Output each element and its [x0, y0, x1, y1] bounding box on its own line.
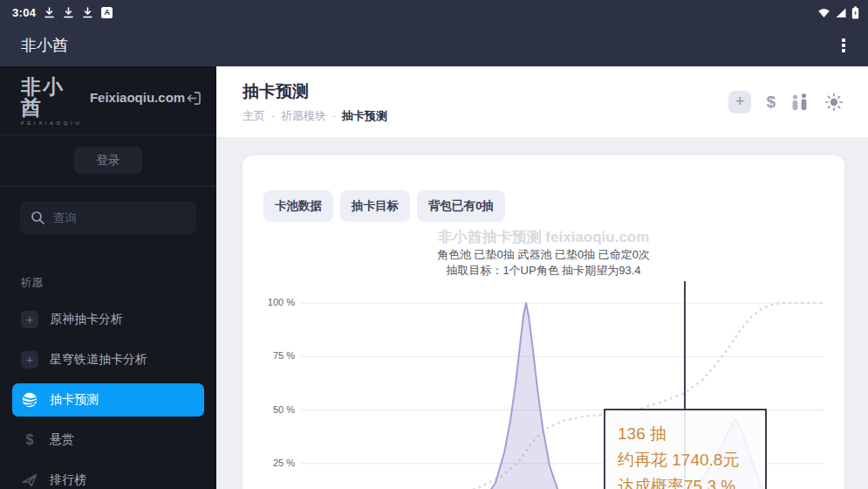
breadcrumb-home[interactable]: 主页 — [243, 108, 265, 124]
overflow-menu-icon[interactable] — [833, 35, 854, 56]
sidebar-item-pull-prediction[interactable]: 抽卡预测 — [12, 383, 204, 417]
signal-icon — [835, 7, 847, 18]
breadcrumb-separator: - — [332, 110, 336, 122]
tooltip-cost: 约再花 1740.8元 — [618, 447, 753, 473]
plus-square-icon: + — [21, 351, 38, 368]
breadcrumb-current: 抽卡预测 — [342, 108, 387, 124]
pull-target-button[interactable]: 抽卡目标 — [340, 190, 410, 222]
paper-plane-icon — [21, 472, 38, 489]
sidebar-item-label: 悬赏 — [50, 432, 74, 448]
nav-section-label: 祈愿 — [21, 276, 216, 291]
pill-buttons: 卡池数据 抽卡目标 背包已有0抽 — [263, 190, 844, 222]
dollar-icon[interactable]: $ — [766, 93, 776, 112]
sidebar-logo: 非小酋 FEIXIAOQIU Feixiaoqiu.com — [0, 66, 216, 134]
pool-summary: 角色池 已垫0抽 武器池 已垫0抽 已命定0次 抽取目标：1个UP角色 抽卡期望… — [243, 247, 844, 279]
status-bar: 3:04 A — [0, 0, 868, 24]
main-content: 抽卡预测 主页 - 祈愿模块 - 抽卡预测 + $ 卡池数据 抽卡目标 — [216, 66, 868, 489]
wifi-icon — [817, 7, 830, 18]
collapse-sidebar-icon[interactable] — [185, 89, 202, 107]
probability-chart[interactable]: 100 % 75 % 50 % 25 % 136 抽 约再花 1740.8元 达… — [262, 281, 829, 489]
sidebar-item-label: 星穹铁道抽卡分析 — [50, 352, 147, 368]
pool-data-button[interactable]: 卡池数据 — [263, 190, 333, 222]
search-input[interactable] — [53, 211, 175, 224]
tooltip-pulls: 136 抽 — [618, 421, 753, 447]
sidebar: 非小酋 FEIXIAOQIU Feixiaoqiu.com 登录 祈愿 + 原神… — [0, 66, 216, 489]
pool-summary-line1: 角色池 已垫0抽 武器池 已垫0抽 已命定0次 — [243, 247, 844, 263]
pool-summary-line2: 抽取目标：1个UP角色 抽卡期望为93.4 — [243, 263, 844, 279]
ball-icon — [21, 391, 38, 409]
plus-square-icon: + — [21, 311, 38, 328]
sidebar-item-label: 排行榜 — [50, 472, 86, 488]
plus-icon[interactable]: + — [728, 91, 751, 114]
logo-text: 非小酋 — [21, 76, 83, 118]
sidebar-item-label: 原神抽卡分析 — [50, 312, 123, 327]
sun-icon[interactable] — [824, 93, 844, 112]
breadcrumb: 主页 - 祈愿模块 - 抽卡预测 — [243, 108, 387, 124]
chart-tooltip: 136 抽 约再花 1740.8元 达成概率75.3 % — [604, 409, 767, 489]
page-header: 抽卡预测 主页 - 祈愿模块 - 抽卡预测 + $ — [216, 66, 868, 137]
search-icon — [31, 210, 45, 225]
download-icon — [82, 7, 93, 18]
breadcrumb-module[interactable]: 祈愿模块 — [281, 108, 326, 124]
sidebar-item-bounty[interactable]: $ 悬赏 — [12, 424, 204, 457]
inventory-pulls-button[interactable]: 背包已有0抽 — [417, 190, 505, 222]
logo-subtext: FEIXIAOQIU — [21, 121, 83, 126]
sidebar-item-starrail-analysis[interactable]: + 星穹铁道抽卡分析 — [12, 343, 204, 376]
page-title: 抽卡预测 — [243, 80, 387, 103]
app-bar: 非小酋 — [0, 24, 868, 66]
download-icon — [63, 7, 74, 18]
sidebar-item-genshin-analysis[interactable]: + 原神抽卡分析 — [12, 303, 204, 336]
sidebar-item-ranking[interactable]: 排行榜 — [12, 464, 204, 489]
divider — [0, 134, 216, 135]
screen: 3:04 A 非小酋 非小酋 FEIXIAOQIU Feixiaoqiu.com… — [0, 0, 868, 489]
download-icon — [44, 7, 55, 18]
watermark: 非小酋抽卡预测 feixiaoqiu.com — [243, 227, 844, 247]
tooltip-probability: 达成概率75.3 % — [618, 473, 753, 489]
login-button[interactable]: 登录 — [74, 147, 142, 174]
app-title: 非小酋 — [21, 35, 68, 56]
header-actions: + $ — [728, 91, 844, 114]
prediction-card: 卡池数据 抽卡目标 背包已有0抽 非小酋抽卡预测 feixiaoqiu.com … — [243, 155, 844, 489]
battery-icon — [851, 6, 859, 19]
logo-domain: Feixiaoqiu.com — [90, 90, 185, 105]
breadcrumb-separator: - — [271, 110, 275, 122]
clock: 3:04 — [12, 6, 36, 19]
divider — [0, 186, 216, 187]
sidebar-item-label: 抽卡预测 — [50, 392, 99, 408]
dollar-icon: $ — [21, 432, 38, 448]
ranking-icon[interactable] — [790, 93, 810, 112]
search-box[interactable] — [20, 201, 196, 234]
letter-a-badge-icon: A — [101, 7, 113, 18]
